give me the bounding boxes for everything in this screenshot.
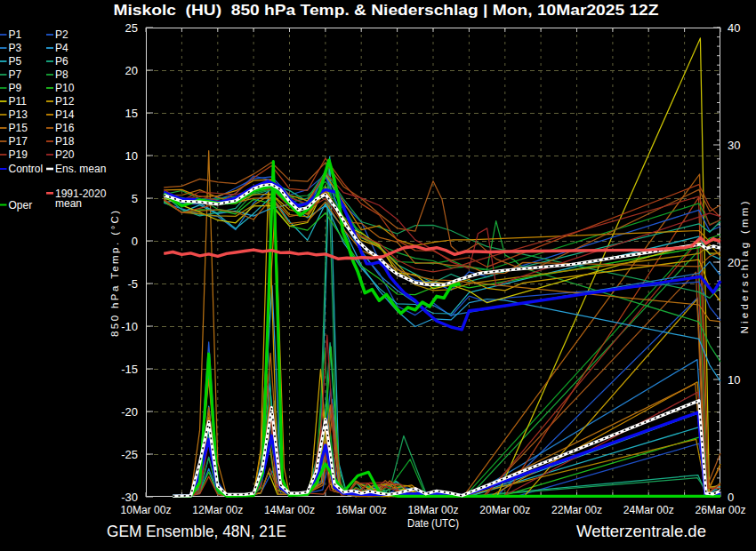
svg-text:25: 25	[125, 21, 138, 35]
svg-text:0: 0	[132, 235, 138, 248]
svg-text:14Mar 00z: 14Mar 00z	[264, 503, 315, 516]
svg-text:P18: P18	[55, 135, 75, 148]
svg-text:P13: P13	[9, 108, 28, 121]
svg-text:Control: Control	[9, 163, 44, 175]
svg-text:-25: -25	[121, 448, 138, 461]
svg-text:20Mar 00z: 20Mar 00z	[479, 503, 530, 516]
svg-text:5: 5	[132, 192, 138, 205]
svg-text:24Mar 00z: 24Mar 00z	[623, 503, 674, 516]
svg-text:P7: P7	[9, 68, 22, 81]
svg-text:26Mar 00z: 26Mar 00z	[696, 503, 746, 516]
svg-text:GEM Ensemble, 48N, 21E: GEM Ensemble, 48N, 21E	[107, 523, 286, 540]
svg-text:15: 15	[125, 107, 138, 120]
svg-text:P1: P1	[9, 28, 22, 41]
svg-text:20: 20	[125, 64, 138, 77]
svg-text:40: 40	[728, 21, 740, 35]
svg-text:Date (UTC): Date (UTC)	[407, 517, 459, 530]
svg-text:P2: P2	[55, 28, 68, 41]
svg-text:mean: mean	[55, 197, 82, 210]
svg-text:16Mar 00z: 16Mar 00z	[336, 503, 387, 516]
svg-text:-30: -30	[121, 491, 138, 504]
svg-text:P15: P15	[9, 122, 28, 134]
svg-text:P9: P9	[9, 82, 22, 94]
svg-text:22Mar 00z: 22Mar 00z	[551, 503, 602, 516]
svg-text:P8: P8	[55, 68, 68, 81]
svg-text:10: 10	[125, 149, 138, 163]
svg-text:Niederschlag (mm): Niederschlag (mm)	[739, 201, 750, 333]
svg-text:P17: P17	[9, 135, 28, 148]
svg-text:10: 10	[728, 373, 740, 387]
svg-text:-10: -10	[121, 320, 138, 333]
svg-text:Wetterzentrale.de: Wetterzentrale.de	[576, 522, 706, 540]
svg-text:-20: -20	[121, 405, 138, 419]
svg-text:P5: P5	[9, 55, 22, 68]
svg-text:10Mar 00z: 10Mar 00z	[121, 503, 172, 516]
svg-text:30: 30	[728, 139, 740, 152]
svg-text:P6: P6	[55, 55, 68, 68]
svg-text:P20: P20	[55, 148, 75, 161]
svg-text:P12: P12	[55, 95, 75, 108]
svg-text:0: 0	[728, 491, 734, 504]
svg-text:Miskolc (HU) 850 hPa Temp. &: Miskolc (HU) 850 hPa Temp. & Niederschla…	[114, 2, 659, 19]
svg-text:-5: -5	[127, 277, 138, 291]
svg-text:-15: -15	[121, 363, 138, 376]
svg-text:12Mar 00z: 12Mar 00z	[192, 503, 243, 516]
svg-text:P16: P16	[55, 122, 75, 134]
svg-text:P11: P11	[9, 95, 28, 108]
svg-text:18Mar 00z: 18Mar 00z	[408, 503, 459, 516]
svg-text:Ens. mean: Ens. mean	[55, 163, 106, 175]
svg-text:P10: P10	[55, 82, 75, 94]
svg-text:P3: P3	[9, 42, 22, 54]
svg-text:Oper: Oper	[9, 199, 33, 212]
svg-text:P14: P14	[55, 108, 75, 121]
svg-text:P19: P19	[9, 148, 28, 161]
svg-text:P4: P4	[55, 42, 68, 54]
